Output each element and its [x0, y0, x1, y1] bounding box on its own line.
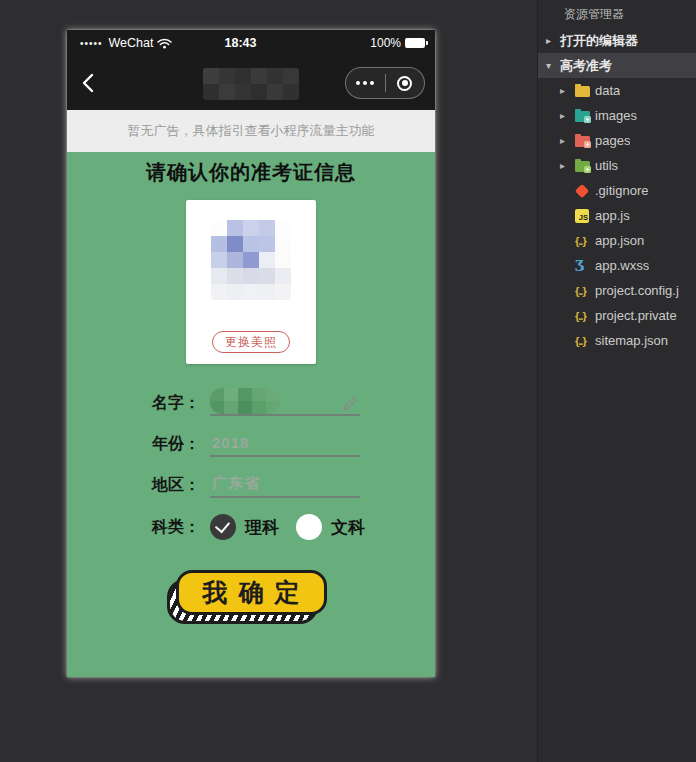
dot-icon	[356, 81, 360, 85]
ad-placeholder-banner: 暂无广告，具体指引查看小程序流量主功能	[67, 110, 435, 152]
tree-item-label: project.config.j	[595, 283, 679, 298]
year-field[interactable]: 2018	[210, 429, 360, 457]
chevron-right-icon: ▸	[560, 110, 575, 121]
capsule-menu	[345, 67, 425, 99]
chevron-right-icon: ▸	[560, 85, 575, 96]
git-file-icon	[575, 183, 589, 197]
name-row: 名字：	[152, 388, 382, 416]
back-chevron-icon[interactable]	[81, 73, 95, 93]
page-content: 请确认你的准考证信息 更换美照 名字： 年份：	[67, 152, 435, 677]
explorer-panel: 资源管理器 ▸ 打开的编辑器 ▾ 高考准考 ▸ data ▸ images ▸ …	[537, 0, 696, 762]
confirm-button-label: 我确定	[176, 570, 327, 615]
year-row: 年份： 2018	[152, 429, 382, 457]
json-file-icon: {..}	[575, 335, 586, 347]
nav-bar	[67, 56, 435, 110]
tree-item-label: utils	[595, 158, 618, 173]
region-value: 广东省	[210, 474, 260, 493]
wifi-icon	[157, 38, 172, 49]
folder-icon	[575, 86, 590, 97]
tree-item-app.json[interactable]: {..} app.json	[538, 228, 696, 253]
year-label: 年份：	[152, 431, 210, 457]
more-menu-button[interactable]	[346, 68, 385, 98]
nav-title-censored	[203, 68, 299, 100]
chevron-right-icon: ▸	[560, 160, 575, 171]
region-field[interactable]: 广东省	[210, 470, 360, 498]
id-photo-card: 更换美照	[186, 200, 316, 364]
chevron-right-icon: ▸	[546, 35, 560, 46]
section-label: 高考准考	[560, 57, 612, 75]
section-label: 打开的编辑器	[560, 32, 638, 50]
option-science-label: 理科	[245, 516, 279, 539]
clock-label: 18:43	[225, 36, 257, 50]
json-file-icon: {..}	[575, 285, 586, 297]
page-title: 请确认你的准考证信息	[67, 159, 435, 186]
tree-item-label: app.js	[595, 208, 630, 223]
tree-item-utils[interactable]: ▸ utils	[538, 153, 696, 178]
folder-icon	[575, 161, 590, 172]
wxss-file-icon: Ʒ	[575, 257, 585, 275]
editor-stage: ••••• WeChat 18:43 100%	[0, 0, 537, 762]
carrier-label: WeChat	[109, 36, 154, 50]
phone-simulator: ••••• WeChat 18:43 100%	[67, 30, 435, 677]
category-label: 科类：	[152, 514, 210, 540]
dot-icon	[370, 81, 374, 85]
tree-item-images[interactable]: ▸ images	[538, 103, 696, 128]
dot-icon	[363, 81, 367, 85]
folder-icon	[575, 136, 590, 147]
name-label: 名字：	[152, 390, 210, 416]
tree-item-label: project.private	[595, 308, 677, 323]
ad-banner-text: 暂无广告，具体指引查看小程序流量主功能	[128, 122, 375, 140]
edit-pencil-icon[interactable]	[343, 396, 358, 411]
json-file-icon: {..}	[575, 310, 586, 322]
js-file-icon: JS	[575, 209, 589, 223]
name-value-censored	[210, 388, 280, 414]
tree-item-label: data	[595, 83, 620, 98]
tree-item-app.js[interactable]: JS app.js	[538, 203, 696, 228]
id-photo-censored	[211, 220, 291, 300]
chevron-right-icon: ▸	[560, 135, 575, 146]
status-bar: ••••• WeChat 18:43 100%	[67, 30, 435, 56]
tree-item-label: pages	[595, 133, 630, 148]
option-arts-label: 文科	[331, 516, 365, 539]
tree-item-label: images	[595, 108, 637, 123]
checkbox-unchecked-icon[interactable]	[296, 514, 322, 540]
section-project-root[interactable]: ▾ 高考准考	[538, 53, 696, 78]
change-photo-button[interactable]: 更换美照	[212, 331, 290, 353]
folder-icon	[575, 111, 590, 122]
name-field[interactable]	[210, 388, 360, 416]
tree-item-app.wxss[interactable]: Ʒ app.wxss	[538, 253, 696, 278]
exam-info-form: 名字： 年份： 2018 地区：	[152, 388, 382, 540]
year-value: 2018	[210, 434, 249, 451]
section-open-editors[interactable]: ▸ 打开的编辑器	[538, 28, 696, 53]
json-file-icon: {..}	[575, 235, 586, 247]
tree-item-project.config.j[interactable]: {..} project.config.j	[538, 278, 696, 303]
chevron-down-icon: ▾	[546, 60, 560, 71]
tree-item-label: app.json	[595, 233, 644, 248]
tree-item-sitemap.json[interactable]: {..} sitemap.json	[538, 328, 696, 353]
checkbox-checked-icon[interactable]	[210, 514, 236, 540]
battery-percent-label: 100%	[370, 36, 401, 50]
tree-item-.gitignore[interactable]: .gitignore	[538, 178, 696, 203]
option-science[interactable]: 理科	[210, 514, 279, 540]
close-minipro-button[interactable]	[386, 68, 425, 98]
tree-item-project.private[interactable]: {..} project.private	[538, 303, 696, 328]
tree-item-label: .gitignore	[595, 183, 648, 198]
explorer-title: 资源管理器	[538, 0, 696, 28]
tree-item-pages[interactable]: ▸ pages	[538, 128, 696, 153]
category-row: 科类： 理科 文科	[152, 514, 382, 540]
region-label: 地区：	[152, 472, 210, 498]
tree-item-label: sitemap.json	[595, 333, 668, 348]
confirm-button[interactable]: 我确定	[176, 570, 327, 615]
tree-item-data[interactable]: ▸ data	[538, 78, 696, 103]
file-tree: ▸ data ▸ images ▸ pages ▸ utils .gitigno…	[538, 78, 696, 353]
signal-dots-icon: •••••	[80, 38, 103, 49]
tree-item-label: app.wxss	[595, 258, 649, 273]
battery-icon	[405, 38, 425, 48]
target-circle-icon	[397, 76, 412, 91]
region-row: 地区： 广东省	[152, 470, 382, 498]
option-arts[interactable]: 文科	[296, 514, 365, 540]
